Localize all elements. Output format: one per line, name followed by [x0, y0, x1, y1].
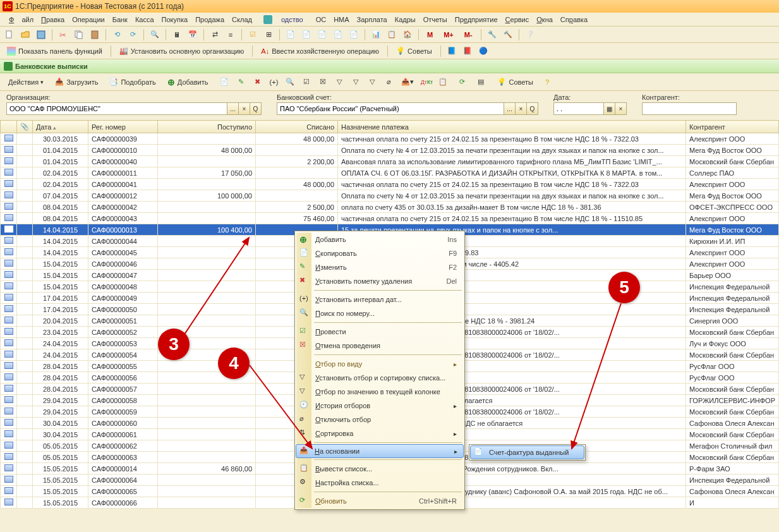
tb-doc4-icon[interactable]: 📄	[331, 28, 345, 42]
tb-doc1-icon[interactable]: 📄	[284, 28, 298, 42]
ctx-провести[interactable]: ☑Провести	[296, 325, 463, 339]
act-filter-off-icon[interactable]: ⌀	[382, 75, 396, 89]
org-ellipsis-button[interactable]: ...	[227, 102, 239, 115]
tb-doc5-icon[interactable]: 📄	[347, 28, 361, 42]
ctx-скопировать[interactable]: 📄СкопироватьF9	[296, 246, 463, 260]
col-desc[interactable]: Назначение платежа	[338, 121, 686, 133]
ctx-изменить[interactable]: ✎ИзменитьF2	[296, 260, 463, 274]
tb-tree-icon[interactable]: ⊞	[262, 28, 275, 42]
tb-save-icon[interactable]	[34, 28, 48, 42]
tb-chart-icon[interactable]: 📊	[369, 28, 383, 42]
menu-salary[interactable]: Зарплата	[353, 15, 391, 25]
act-copy-icon[interactable]: 📄	[217, 75, 231, 89]
tb-cal-icon[interactable]: 📅	[186, 28, 200, 42]
tb-m[interactable]: M	[423, 28, 437, 42]
ctx-отбор-по-значению-в-текущей-колонке[interactable]: ▽Отбор по значению в текущей колонке	[296, 385, 463, 399]
org-clear-button[interactable]: ×	[239, 102, 250, 115]
col-in[interactable]: Поступило	[158, 121, 256, 133]
tips-button-2[interactable]: 💡Советы	[392, 44, 436, 58]
table-row[interactable]: 07.04.2015САФ00000012100 000,00Оплата по…	[1, 190, 779, 202]
menu-cash[interactable]: Касса	[131, 15, 158, 25]
col-out[interactable]: Списано	[256, 121, 338, 133]
act-refresh-icon[interactable]: ⟳	[455, 75, 469, 89]
menu-fragment[interactable]: одство	[277, 15, 307, 25]
act-del-icon[interactable]: ✖	[250, 75, 264, 89]
tb-new-icon[interactable]	[3, 28, 16, 42]
tb-hammer-icon[interactable]: 🔨	[501, 28, 515, 42]
actions-dropdown[interactable]: Действия ▾	[4, 76, 48, 88]
act-post-icon[interactable]: ☑	[299, 75, 313, 89]
ctx-на-основании[interactable]: 📤На основании▸	[296, 444, 464, 458]
col-reg[interactable]: Рег. номер	[88, 121, 158, 133]
act-basedon-icon[interactable]: 📤▾	[401, 75, 414, 89]
org-input[interactable]	[6, 102, 227, 115]
tb-doc3-icon[interactable]: 📄	[315, 28, 329, 42]
menu-stock[interactable]: Склад	[228, 15, 256, 25]
tb-help-icon[interactable]: ❔	[523, 28, 537, 42]
menu-ent[interactable]: Предприятие	[451, 15, 502, 25]
act-rows-icon[interactable]: ▤	[474, 75, 488, 89]
tb-open-icon[interactable]	[18, 28, 32, 42]
table-row[interactable]: 02.04.2015САФ0000004148 000,00частичная …	[1, 179, 779, 190]
ctx-установить-пометку-удаления[interactable]: ✖Установить пометку удаленияDel	[296, 274, 463, 288]
tb-paste-icon[interactable]	[88, 28, 102, 42]
tb-redo-icon[interactable]: ⟳	[126, 28, 140, 42]
tb-prop-icon[interactable]: ≡	[224, 28, 238, 42]
tb-mminus[interactable]: M-	[460, 28, 477, 42]
ctx-настройка-списка-[interactable]: ⚙Настройка списка...	[296, 476, 463, 490]
menu-edit[interactable]: Правка	[37, 15, 68, 25]
col-contr[interactable]: Контрагент	[686, 121, 779, 133]
ctx-добавить[interactable]: ⊕ДобавитьIns	[296, 233, 463, 246]
menu-help[interactable]: Справка	[557, 15, 591, 25]
set-org-button[interactable]: 🏭Установить основную организацию	[115, 44, 249, 58]
tb2-b-icon[interactable]: 📕	[461, 44, 474, 58]
load-button[interactable]: 📥Загрузить	[51, 75, 102, 89]
act-help-icon[interactable]: ?	[540, 75, 554, 89]
add-button[interactable]: ⊕Добавить	[163, 75, 213, 89]
ctx-поиск-по-номеру-[interactable]: 🔍Поиск по номеру...	[296, 306, 463, 320]
menu-ops[interactable]: Операции	[68, 15, 108, 25]
menu-service[interactable]: Сервис	[502, 15, 533, 25]
enter-op-button[interactable]: A↓Ввести хозяйственную операцию	[257, 44, 383, 58]
col-icon[interactable]	[1, 121, 17, 133]
tb-wrench-icon[interactable]: 🔧	[485, 28, 499, 42]
date-input[interactable]	[553, 102, 604, 115]
act-unpost-icon[interactable]: ☒	[316, 75, 330, 89]
tb2-a-icon[interactable]: 📘	[445, 44, 459, 58]
ctx-обновить[interactable]: ⟳ОбновитьCtrl+Shift+R	[296, 494, 463, 508]
act-dtkt-icon[interactable]: ДтКт	[420, 75, 433, 89]
ctx-отмена-проведения[interactable]: ☒Отмена проведения	[296, 339, 463, 353]
col-mark[interactable]: 📎	[17, 121, 33, 133]
menu-buy[interactable]: Покупка	[158, 15, 192, 25]
ctx-вывести-список-[interactable]: 📋Вывести список...	[296, 462, 463, 476]
tb-nav-icon[interactable]: ⇄	[208, 28, 222, 42]
menu-windows[interactable]: Окна	[533, 15, 557, 25]
act-filter1-icon[interactable]: ▽	[332, 75, 346, 89]
ctx-история-отборов[interactable]: 🕘История отборов▸	[296, 399, 463, 413]
acc-input[interactable]	[277, 102, 504, 115]
acc-clear-button[interactable]: ×	[516, 102, 527, 115]
submenu-invoice[interactable]: 📄 Счет-фактура выданный	[470, 445, 584, 459]
act-list-icon[interactable]: 📋	[436, 75, 450, 89]
table-row[interactable]: 01.04.2015САФ0000001048 000,00Оплата по …	[1, 145, 779, 156]
menu-file[interactable]: Файл	[5, 15, 37, 25]
tb-cut-icon[interactable]: ✂	[56, 28, 70, 42]
context-menu[interactable]: ⊕ДобавитьIns📄СкопироватьF9✎ИзменитьF2✖Ус…	[294, 231, 465, 510]
menu-bank[interactable]: Банк	[109, 15, 131, 25]
menu-os[interactable]: ОС	[312, 15, 330, 25]
act-search-icon[interactable]: 🔍	[283, 75, 297, 89]
act-interval-icon[interactable]: (+)	[267, 75, 281, 89]
ctx-отбор-по-виду[interactable]: Отбор по виду▸	[296, 357, 463, 371]
tb-calc-icon[interactable]: 🖩	[170, 28, 184, 42]
date-clear-button[interactable]: ×	[615, 102, 627, 115]
date-cal-button[interactable]: ▦	[604, 102, 615, 115]
tb-doc2-icon[interactable]: 📄	[299, 28, 313, 42]
menu-hr[interactable]: Кадры	[391, 15, 420, 25]
org-open-button[interactable]: Q	[250, 102, 262, 115]
acc-open-button[interactable]: Q	[527, 102, 538, 115]
tb-copy-icon[interactable]	[72, 28, 86, 42]
act-filter3-icon[interactable]: ▽	[365, 75, 379, 89]
menu-reports[interactable]: Отчеты	[420, 15, 451, 25]
menu-nma[interactable]: НМА	[330, 15, 353, 25]
col-date[interactable]: Дата▴	[33, 121, 88, 133]
